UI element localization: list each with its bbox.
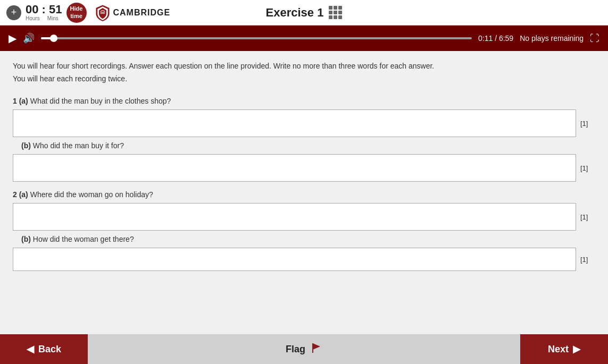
grid-dot [338, 15, 342, 19]
hours-label: Hours [26, 15, 40, 21]
svg-marker-2 [313, 343, 320, 350]
mark-1a: [1] [580, 120, 595, 128]
mark-2a: [1] [580, 213, 595, 221]
question-1a-text: What did the man buy in the clothes shop… [30, 97, 171, 105]
seek-fill [41, 37, 54, 39]
answer-row-2a: [1] [13, 203, 595, 231]
grid-dot [329, 6, 332, 10]
flag-svg [311, 342, 322, 354]
no-plays-text: No plays remaining [520, 34, 584, 43]
top-bar-center: Exercise 1 [266, 6, 343, 20]
mins-label: Mins [47, 15, 59, 21]
mark-2b: [1] [580, 256, 595, 264]
question-1b-text: Who did the man buy it for? [33, 141, 124, 150]
seek-bar[interactable] [41, 37, 472, 39]
question-2: 2 (a) Where did the woman go on holiday?… [13, 190, 595, 271]
fullscreen-button[interactable]: ⛶ [590, 33, 599, 44]
timer-area: 00 : 51 Hours Mins [26, 4, 62, 21]
question-2b-part: (b) [21, 235, 31, 243]
timer-labels: Hours Mins [26, 15, 62, 21]
grid-dot [334, 6, 337, 10]
next-label: Next [548, 344, 569, 355]
question-2a-number: 2 (a) [13, 190, 28, 199]
answer-row-1a: [1] [13, 109, 595, 137]
answer-row-2b: [1] [13, 248, 595, 271]
hide-time-button[interactable]: Hidetime [66, 3, 87, 23]
answer-input-2a[interactable] [13, 203, 576, 231]
back-label: Back [38, 344, 61, 355]
flag-area[interactable]: Flag [88, 334, 520, 364]
cambridge-logo: CAMBRIDGE [95, 4, 171, 21]
total-time: 6:59 [499, 34, 513, 43]
mark-1b: [1] [580, 164, 595, 172]
timer-display: 00 : 51 [26, 4, 62, 15]
question-1b-label: (b) Who did the man buy it for? [21, 141, 595, 150]
grid-dot [329, 15, 332, 19]
volume-button[interactable]: 🔊 [23, 32, 35, 44]
next-chevron-icon: ▶ [573, 343, 580, 355]
play-button[interactable]: ▶ [9, 32, 16, 45]
top-bar: + 00 : 51 Hours Mins Hidetime CAMBRIDGE … [0, 0, 608, 26]
question-1b-part: (b) [21, 141, 31, 150]
content-area: You will hear four short recordings. Ans… [0, 51, 608, 334]
question-2a-text: Where did the woman go on holiday? [30, 190, 153, 199]
grid-dot [338, 11, 342, 14]
grid-dot [334, 15, 337, 19]
audio-bar: ▶ 🔊 0:11 / 6:59 No plays remaining ⛶ [0, 26, 608, 51]
back-button[interactable]: ◀ Back [0, 334, 88, 364]
question-1: 1 (a) What did the man buy in the clothe… [13, 97, 595, 182]
cambridge-name: CAMBRIDGE [113, 8, 171, 18]
grid-icon[interactable] [329, 6, 342, 19]
exercise-title: Exercise 1 [266, 6, 324, 20]
time-separator: / [495, 34, 499, 43]
answer-input-1a[interactable] [13, 109, 576, 137]
cambridge-shield-icon [95, 4, 110, 21]
seek-thumb [50, 35, 57, 42]
answer-input-2b[interactable] [13, 248, 576, 271]
grid-dot [329, 11, 332, 14]
grid-dot [338, 6, 342, 10]
answer-row-1b: [1] [13, 154, 595, 182]
flag-label: Flag [286, 344, 305, 355]
question-2a-label: 2 (a) Where did the woman go on holiday? [13, 190, 595, 199]
next-button[interactable]: Next ▶ [520, 334, 608, 364]
question-1a-number: 1 (a) [13, 97, 28, 105]
instruction-line1: You will hear four short recordings. Ans… [13, 62, 595, 70]
add-button[interactable]: + [6, 5, 21, 20]
current-time: 0:11 [478, 34, 493, 43]
question-2b-label: (b) How did the woman get there? [21, 235, 595, 243]
bottom-bar: ◀ Back Flag Next ▶ [0, 334, 608, 364]
back-chevron-icon: ◀ [27, 343, 34, 355]
time-display: 0:11 / 6:59 [478, 34, 513, 43]
question-2b-text: How did the woman get there? [33, 235, 134, 243]
instruction-line2: You will hear each recording twice. [13, 74, 595, 83]
question-1a-label: 1 (a) What did the man buy in the clothe… [13, 97, 595, 105]
grid-dot [334, 11, 337, 14]
flag-icon [311, 342, 322, 357]
answer-input-1b[interactable] [13, 154, 576, 182]
top-bar-left: + 00 : 51 Hours Mins Hidetime CAMBRIDGE [6, 3, 170, 23]
